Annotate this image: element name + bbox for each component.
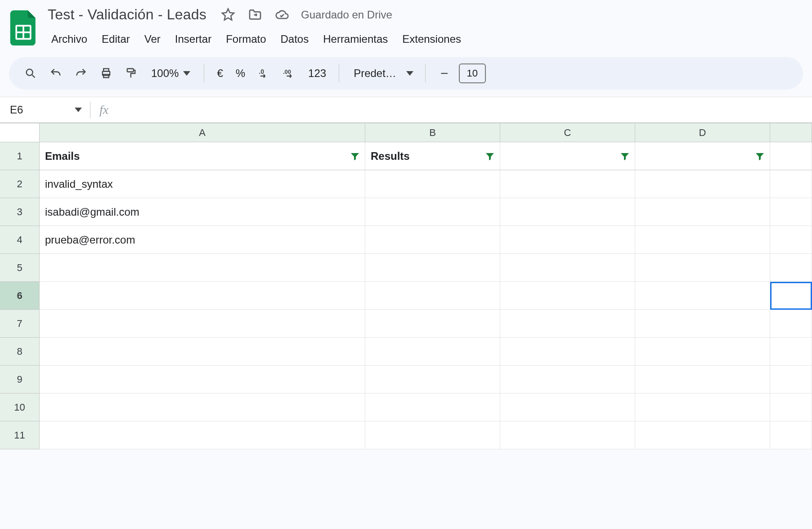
number-format-button[interactable]: 123 [304,67,331,80]
cell-C5[interactable] [500,254,635,282]
sheets-logo-icon[interactable] [9,8,38,48]
document-title[interactable]: Test - Validación - Leads [45,5,209,25]
print-icon[interactable] [95,63,117,84]
formula-input[interactable] [117,97,812,122]
cell-A4[interactable]: prueba@error.com [40,226,365,254]
menu-datos[interactable]: Datos [274,29,315,49]
filter-icon[interactable] [485,151,495,162]
cell-C9[interactable] [500,366,635,393]
search-icon[interactable] [20,63,41,84]
row-header[interactable]: 7 [0,310,40,338]
filter-icon[interactable] [350,151,360,162]
cell-E7[interactable] [770,310,812,338]
menu-archivo[interactable]: Archivo [45,29,94,49]
filter-icon[interactable] [619,151,630,162]
cell-C1[interactable] [500,142,635,170]
column-header-c[interactable]: C [500,123,635,142]
row-header[interactable]: 2 [0,170,40,198]
menu-formato[interactable]: Formato [220,29,272,49]
cell-B5[interactable] [365,254,500,282]
cell-D7[interactable] [635,310,770,338]
zoom-select[interactable]: 100% [146,67,196,80]
column-header-b[interactable]: B [365,123,500,142]
cell-B11[interactable] [365,421,500,449]
font-size-input[interactable]: 10 [459,63,486,83]
cell-A6[interactable] [40,282,365,310]
row-header[interactable]: 9 [0,366,40,393]
cell-A7[interactable] [40,310,365,338]
cell-B2[interactable] [365,170,500,198]
cell-B4[interactable] [365,226,500,254]
menu-editar[interactable]: Editar [95,29,136,49]
cell-C6[interactable] [500,282,635,310]
move-to-folder-icon[interactable] [247,7,263,23]
currency-button[interactable]: € [212,67,227,80]
increase-decimal-icon[interactable]: .00 [278,63,300,84]
cell-D8[interactable] [635,338,770,366]
row-header[interactable]: 11 [0,421,40,449]
row-header[interactable]: 4 [0,226,40,254]
column-header-a[interactable]: A [40,123,365,142]
cell-B9[interactable] [365,366,500,393]
cell-C4[interactable] [500,226,635,254]
cell-C3[interactable] [500,198,635,226]
cell-A11[interactable] [40,421,365,449]
cell-B10[interactable] [365,393,500,421]
font-family-select[interactable]: Predet… [347,67,417,80]
cell-D1[interactable] [635,142,770,170]
menu-herramientas[interactable]: Herramientas [317,29,394,49]
cell-A9[interactable] [40,366,365,393]
cell-B8[interactable] [365,338,500,366]
menu-ver[interactable]: Ver [138,29,167,49]
menu-extensiones[interactable]: Extensiones [396,29,467,49]
cell-D10[interactable] [635,393,770,421]
column-header-d[interactable]: D [635,123,770,142]
row-header[interactable]: 1 [0,142,40,170]
cell-B1[interactable]: Results [365,142,500,170]
cell-A3[interactable]: isabadi@gmail.com [40,198,365,226]
row-header[interactable]: 6 [0,282,40,310]
cell-A5[interactable] [40,254,365,282]
cell-E10[interactable] [770,393,812,421]
cell-D9[interactable] [635,366,770,393]
cell-D5[interactable] [635,254,770,282]
star-icon[interactable] [220,7,236,23]
cell-C11[interactable] [500,421,635,449]
cloud-saved-icon[interactable] [274,7,290,23]
select-all-corner[interactable] [0,123,40,142]
decrease-font-size-icon[interactable]: − [434,63,455,84]
cell-A10[interactable] [40,393,365,421]
cell-E9[interactable] [770,366,812,393]
cell-A8[interactable] [40,338,365,366]
cell-D4[interactable] [635,226,770,254]
column-header-e[interactable] [770,123,812,142]
cell-E4[interactable] [770,226,812,254]
row-header[interactable]: 3 [0,198,40,226]
row-header[interactable]: 8 [0,338,40,366]
cell-C2[interactable] [500,170,635,198]
cell-A2[interactable]: invalid_syntax [40,170,365,198]
cell-E11[interactable] [770,421,812,449]
row-header[interactable]: 5 [0,254,40,282]
cell-A1[interactable]: Emails [40,142,365,170]
filter-icon[interactable] [754,151,765,162]
cell-D2[interactable] [635,170,770,198]
cell-D3[interactable] [635,198,770,226]
cell-E8[interactable] [770,338,812,366]
cell-E6[interactable] [770,282,812,310]
cell-C10[interactable] [500,393,635,421]
cell-D11[interactable] [635,421,770,449]
redo-icon[interactable] [70,63,92,84]
cell-E2[interactable] [770,170,812,198]
cell-C8[interactable] [500,338,635,366]
cell-B6[interactable] [365,282,500,310]
cell-E3[interactable] [770,198,812,226]
cell-D6[interactable] [635,282,770,310]
undo-icon[interactable] [45,63,67,84]
paint-format-icon[interactable] [121,63,142,84]
percent-button[interactable]: % [231,67,250,80]
menu-insertar[interactable]: Insertar [169,29,218,49]
cell-C7[interactable] [500,310,635,338]
row-header[interactable]: 10 [0,393,40,421]
cell-E5[interactable] [770,254,812,282]
